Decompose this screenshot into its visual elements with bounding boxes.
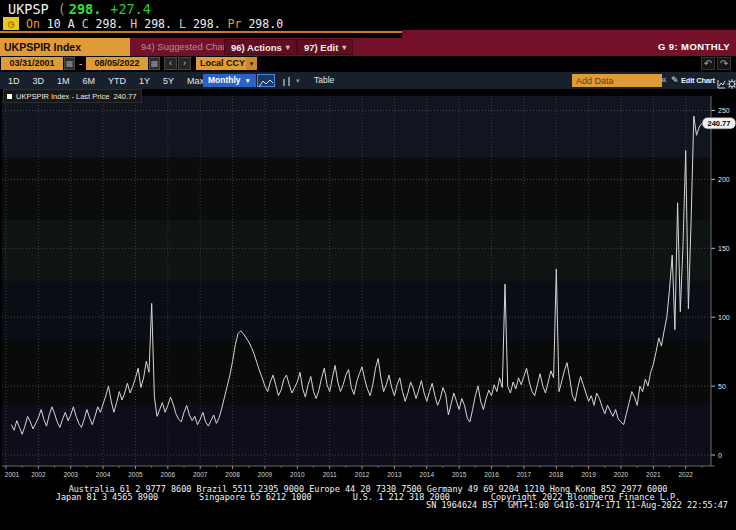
low-label: L (179, 17, 186, 31)
last-price: 298. (69, 1, 102, 17)
quote-detail-line: ◷ On 10 A C 298. H 298. L 298. Pr 298.0 (3, 16, 283, 31)
currency-select[interactable]: Local CCY (196, 57, 249, 70)
series-legend[interactable]: UKPSPIR Index - Last Price 240.77 (3, 89, 142, 103)
chart-controls-row: 03/31/2001 ▦ - 08/05/2022 ▦ ‹ › Local CC… (0, 57, 736, 72)
chart-toolbar: 1D 3D 1M 6M YTD 1Y 5Y Max Monthly ▼ ▾ Ta… (0, 72, 736, 89)
quote-header: UKPSP ( 298. +27.4 (8, 1, 151, 16)
chevron-down-icon: ▼ (245, 74, 251, 87)
year-tick-label: 2012 (355, 471, 370, 478)
range-6m-button[interactable]: 6M (83, 76, 96, 86)
y-axis-tick-label: 150 (718, 245, 730, 252)
date-from-input[interactable]: 03/31/2001 (1, 57, 63, 70)
calendar-icon[interactable]: ▦ (64, 57, 75, 70)
bar-chart-type-button[interactable] (281, 74, 294, 87)
pencil-icon: ✎ (671, 72, 679, 89)
year-tick-label: 2019 (581, 471, 596, 478)
plot-band (2, 158, 711, 220)
date-to-input[interactable]: 08/05/2022 (86, 57, 148, 70)
collapse-panel-icon[interactable]: « (661, 72, 667, 89)
prev-value: 298.0 (248, 17, 283, 31)
year-tick-label: 2017 (517, 471, 532, 478)
range-1y-button[interactable]: 1Y (139, 76, 150, 86)
high-value: 298. (144, 17, 172, 31)
year-tick-label: 2021 (646, 471, 661, 478)
y-axis-tick-label: 200 (718, 176, 730, 183)
actions-menu-label: 96) Actions (231, 40, 282, 54)
range-max-button[interactable]: Max (187, 76, 204, 86)
year-tick-label: 2008 (225, 471, 240, 478)
plot-band (2, 96, 711, 158)
year-tick-label: 2007 (193, 471, 208, 478)
chart-type-dropdown[interactable]: ▾ (296, 74, 300, 87)
prev-label: Pr (228, 17, 242, 31)
edit-chart-button[interactable]: Edit Chart (681, 72, 715, 89)
table-view-button[interactable]: Table (314, 72, 334, 89)
year-tick-label: 2011 (323, 471, 337, 478)
ticker-symbol: UKPSP (8, 1, 49, 17)
side-label: A (68, 17, 75, 31)
chart-id-label: G 9: MONTHLY (658, 38, 730, 56)
prev-period-button[interactable]: ‹ (164, 57, 177, 70)
session-value: 10 (47, 17, 61, 31)
range-1m-button[interactable]: 1M (57, 76, 70, 86)
period-select-value: Monthly (208, 74, 241, 87)
plot-band (2, 343, 711, 405)
tick-indicator: ( (58, 1, 66, 17)
year-tick-label: 2003 (64, 471, 79, 478)
high-label: H (130, 17, 137, 31)
chevron-down-icon: ▾ (286, 40, 290, 54)
bar-chart-icon (281, 76, 293, 88)
series-swatch-icon (7, 94, 12, 99)
price-chart[interactable]: 2001200220032004200520062007200820092010… (0, 88, 736, 488)
range-ytd-button[interactable]: YTD (108, 76, 126, 86)
year-tick-label: 2004 (96, 471, 111, 478)
year-tick-label: 2009 (258, 471, 273, 478)
y-axis-tick-label: 250 (718, 107, 730, 114)
edit-menu-button[interactable]: 97) Edit ▾ (297, 39, 353, 55)
year-tick-label: 2010 (290, 471, 305, 478)
close-value: 298. (96, 17, 124, 31)
line-chart-type-button[interactable] (257, 74, 275, 87)
low-value: 298. (193, 17, 221, 31)
year-tick-label: 2016 (484, 471, 499, 478)
chevron-down-icon[interactable]: ▾ (246, 57, 257, 70)
series-legend-label: UKPSPIR Index - Last Price (16, 92, 109, 101)
header-divider (0, 31, 402, 33)
year-tick-label: 2001 (5, 471, 20, 478)
y-axis-tick-label: 0 (718, 452, 722, 459)
period-select[interactable]: Monthly ▼ (203, 74, 256, 87)
year-tick-label: 2020 (614, 471, 629, 478)
chevron-down-icon: ▾ (342, 40, 346, 54)
plot-band (2, 219, 711, 281)
edit-menu-label: 97) Edit (304, 40, 338, 54)
year-tick-label: 2022 (678, 471, 693, 478)
security-input[interactable] (0, 38, 130, 56)
alarm-clock-icon[interactable]: ◷ (3, 17, 19, 30)
plot-band (2, 281, 711, 343)
redo-icon[interactable]: ↷ (717, 57, 731, 70)
next-period-button[interactable]: › (178, 57, 191, 70)
year-tick-label: 2002 (31, 471, 46, 478)
close-label: C (82, 17, 89, 31)
year-tick-label: 2006 (161, 471, 176, 478)
range-selector-group: 1D 3D 1M 6M YTD 1Y 5Y Max (8, 72, 204, 89)
suggested-charts-button[interactable]: 94) Suggested Charts (141, 38, 233, 56)
range-3d-button[interactable]: 3D (33, 76, 45, 86)
footer-session-info: SN 1964624 BST GMT+1:00 G416-6174-171 11… (0, 502, 736, 509)
range-1d-button[interactable]: 1D (8, 76, 20, 86)
undo-icon[interactable]: ↶ (701, 57, 715, 70)
range-5y-button[interactable]: 5Y (163, 76, 174, 86)
calendar-icon[interactable]: ▦ (149, 57, 160, 70)
y-axis-tick-label: 100 (718, 314, 730, 321)
bloomberg-terminal-window: UKPSP ( 298. +27.4 ◷ On 10 A C 298. H 29… (0, 0, 736, 530)
year-tick-label: 2014 (420, 471, 435, 478)
date-range-separator: - (79, 57, 82, 70)
series-legend-value: 240.77 (113, 92, 136, 101)
add-data-input[interactable] (572, 74, 662, 87)
last-price-tracker-value: 240.77 (708, 119, 731, 128)
price-change: +27.4 (110, 1, 151, 17)
actions-menu-button[interactable]: 96) Actions ▾ (224, 39, 297, 55)
year-tick-label: 2005 (128, 471, 143, 478)
y-axis-tick-label: 50 (718, 383, 726, 390)
function-ribbon: 94) Suggested Charts 96) Actions ▾ 97) E… (0, 38, 736, 56)
